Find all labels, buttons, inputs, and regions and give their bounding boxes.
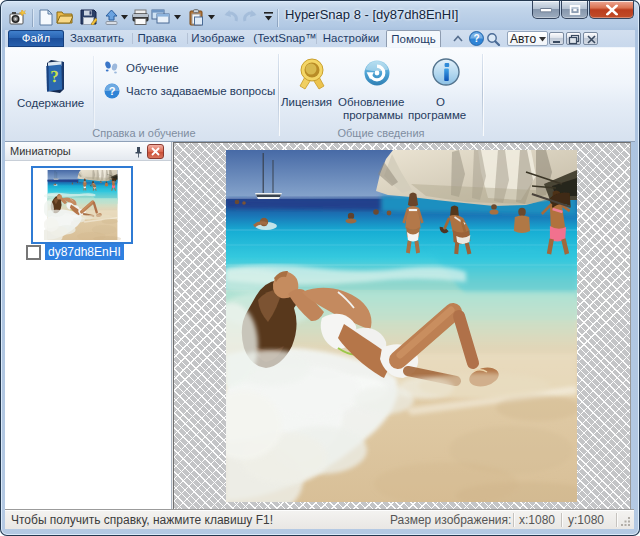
svg-text:?: ? [109,85,116,97]
svg-text:?: ? [50,67,59,86]
svg-text:?: ? [473,33,479,44]
